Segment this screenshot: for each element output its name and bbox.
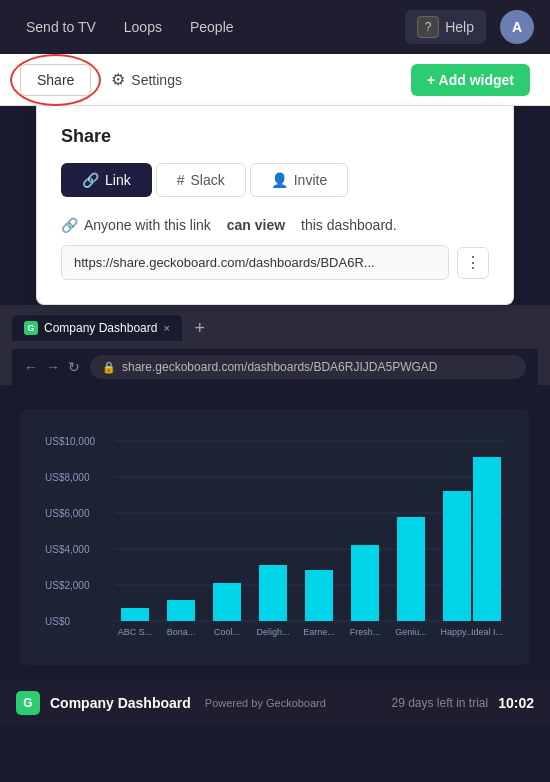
svg-text:Fresh...: Fresh...	[350, 627, 381, 637]
link-small-icon: 🔗	[61, 217, 78, 233]
bar-3	[259, 565, 287, 621]
share-button[interactable]: Share	[20, 64, 91, 96]
svg-text:Cool...: Cool...	[214, 627, 240, 637]
share-tabs: 🔗 Link # Slack 👤 Invite	[61, 163, 489, 197]
share-tab-slack-label: Slack	[190, 172, 224, 188]
browser-address-bar: ← → ↻ 🔒 share.geckoboard.com/dashboards/…	[12, 349, 538, 385]
bottom-time: 10:02	[498, 695, 534, 711]
svg-text:Happy...: Happy...	[441, 627, 474, 637]
bottom-logo: G	[16, 691, 40, 715]
bottom-dashboard-title: Company Dashboard	[50, 695, 191, 711]
link-icon: 🔗	[82, 172, 99, 188]
settings-gear-icon: ⚙	[111, 70, 125, 89]
browser-new-tab-button[interactable]: +	[188, 316, 212, 340]
bottom-powered-by: Powered by Geckoboard	[205, 697, 326, 709]
slack-icon: #	[177, 172, 185, 188]
browser-tab-close-button[interactable]: ×	[163, 322, 169, 334]
bar-2	[213, 583, 241, 621]
svg-text:US$2,000: US$2,000	[45, 580, 90, 591]
svg-text:Bona...: Bona...	[167, 627, 196, 637]
svg-text:Ideal I...: Ideal I...	[471, 627, 503, 637]
invite-icon: 👤	[271, 172, 288, 188]
share-url-input[interactable]	[61, 245, 449, 280]
browser-lock-icon: 🔒	[102, 361, 116, 374]
svg-text:Geniu...: Geniu...	[395, 627, 427, 637]
share-url-row: ⋮	[61, 245, 489, 280]
browser-chrome: G Company Dashboard × + ← → ↻ 🔒 share.ge…	[0, 305, 550, 385]
svg-text:Earne...: Earne...	[303, 627, 335, 637]
share-button-wrapper: Share	[20, 64, 91, 96]
browser-forward-button[interactable]: →	[46, 359, 60, 375]
browser-back-button[interactable]: ←	[24, 359, 38, 375]
svg-text:ABC S...: ABC S...	[118, 627, 153, 637]
share-tab-invite[interactable]: 👤 Invite	[250, 163, 348, 197]
help-button[interactable]: ? Help	[405, 10, 486, 44]
toolbar: Share ⚙ Settings + Add widget	[0, 54, 550, 106]
svg-text:Deligh...: Deligh...	[256, 627, 289, 637]
help-question-icon: ?	[417, 16, 439, 38]
browser-tab-label: Company Dashboard	[44, 321, 157, 335]
nav-loops[interactable]: Loops	[114, 13, 172, 41]
bar-chart: US$10,000 US$8,000 US$6,000 US$4,000 US$…	[40, 429, 510, 649]
share-tab-link[interactable]: 🔗 Link	[61, 163, 152, 197]
add-widget-button[interactable]: + Add widget	[411, 64, 530, 96]
nav-people[interactable]: People	[180, 13, 244, 41]
avatar-button[interactable]: A	[500, 10, 534, 44]
browser-nav-buttons: ← → ↻	[24, 359, 80, 375]
svg-text:US$0: US$0	[45, 616, 70, 627]
bar-8	[473, 457, 501, 621]
chart-container: US$10,000 US$8,000 US$6,000 US$4,000 US$…	[0, 385, 550, 681]
share-desc-suffix: this dashboard.	[301, 217, 397, 233]
top-nav: Send to TV Loops People ? Help A	[0, 0, 550, 54]
chart-inner: US$10,000 US$8,000 US$6,000 US$4,000 US$…	[20, 409, 530, 665]
svg-text:US$6,000: US$6,000	[45, 508, 90, 519]
settings-button[interactable]: ⚙ Settings	[99, 63, 194, 96]
bar-4	[305, 570, 333, 621]
bar-1	[167, 600, 195, 621]
bottom-trial-label: 29 days left in trial	[391, 696, 488, 710]
browser-tab[interactable]: G Company Dashboard ×	[12, 315, 182, 341]
bar-7	[443, 491, 471, 621]
browser-url-box[interactable]: 🔒 share.geckoboard.com/dashboards/BDA6RJ…	[90, 355, 526, 379]
share-tab-slack[interactable]: # Slack	[156, 163, 246, 197]
share-panel: Share 🔗 Link # Slack 👤 Invite 🔗 Anyone w…	[36, 106, 514, 305]
share-desc-bold: can view	[227, 217, 285, 233]
settings-label: Settings	[131, 72, 182, 88]
browser-tab-bar: G Company Dashboard × +	[12, 315, 538, 341]
bar-5	[351, 545, 379, 621]
share-desc-prefix: Anyone with this link	[84, 217, 211, 233]
help-label: Help	[445, 19, 474, 35]
svg-text:US$8,000: US$8,000	[45, 472, 90, 483]
bottom-bar: G Company Dashboard Powered by Geckoboar…	[0, 681, 550, 725]
browser-refresh-button[interactable]: ↻	[68, 359, 80, 375]
share-description: 🔗 Anyone with this link can view this da…	[61, 217, 489, 233]
share-tab-invite-label: Invite	[294, 172, 327, 188]
share-tab-link-label: Link	[105, 172, 131, 188]
browser-url-text: share.geckoboard.com/dashboards/BDA6RJIJ…	[122, 360, 437, 374]
share-url-more-button[interactable]: ⋮	[457, 247, 489, 279]
svg-text:US$4,000: US$4,000	[45, 544, 90, 555]
bar-0	[121, 608, 149, 621]
share-panel-title: Share	[61, 126, 489, 147]
bar-6	[397, 517, 425, 621]
nav-send-to-tv[interactable]: Send to TV	[16, 13, 106, 41]
browser-favicon: G	[24, 321, 38, 335]
svg-text:US$10,000: US$10,000	[45, 436, 95, 447]
